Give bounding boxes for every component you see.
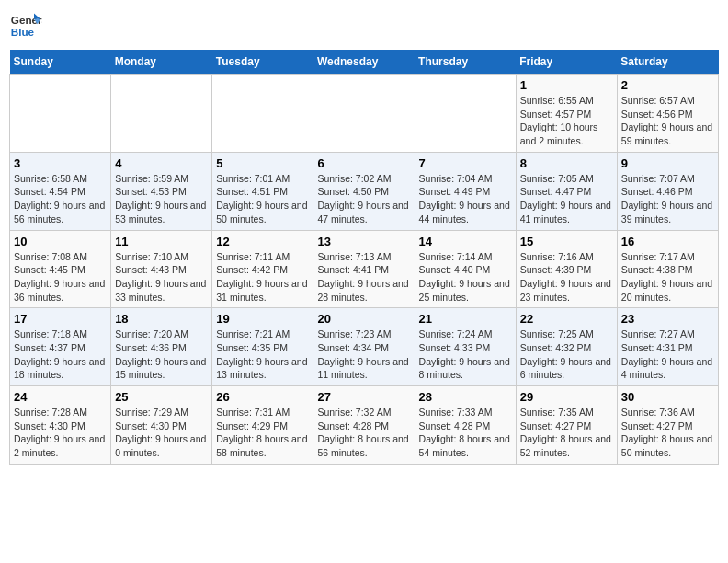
- day-info: Sunrise: 7:04 AM Sunset: 4:49 PM Dayligh…: [419, 172, 512, 226]
- calendar-cell: 8Sunrise: 7:05 AM Sunset: 4:47 PM Daylig…: [516, 152, 617, 230]
- day-info: Sunrise: 7:27 AM Sunset: 4:31 PM Dayligh…: [621, 327, 714, 382]
- day-info: Sunrise: 6:57 AM Sunset: 4:56 PM Dayligh…: [621, 94, 714, 148]
- calendar-cell: 19Sunrise: 7:21 AM Sunset: 4:35 PM Dayli…: [212, 308, 313, 386]
- calendar-cell: [415, 75, 516, 153]
- day-info: Sunrise: 6:59 AM Sunset: 4:53 PM Dayligh…: [115, 172, 208, 226]
- day-of-week-header: Thursday: [415, 50, 516, 75]
- calendar-cell: 24Sunrise: 7:28 AM Sunset: 4:30 PM Dayli…: [10, 386, 111, 465]
- calendar-cell: 22Sunrise: 7:25 AM Sunset: 4:32 PM Dayli…: [516, 308, 617, 386]
- calendar-cell: 15Sunrise: 7:16 AM Sunset: 4:39 PM Dayli…: [516, 230, 617, 308]
- day-number: 7: [419, 156, 512, 170]
- day-number: 20: [317, 312, 410, 326]
- calendar-cell: 16Sunrise: 7:17 AM Sunset: 4:38 PM Dayli…: [617, 230, 718, 308]
- day-info: Sunrise: 7:29 AM Sunset: 4:30 PM Dayligh…: [115, 406, 208, 460]
- day-info: Sunrise: 7:28 AM Sunset: 4:30 PM Dayligh…: [14, 406, 107, 460]
- day-info: Sunrise: 6:55 AM Sunset: 4:57 PM Dayligh…: [520, 94, 613, 148]
- day-info: Sunrise: 7:13 AM Sunset: 4:41 PM Dayligh…: [317, 250, 410, 304]
- logo-icon: General Blue: [9, 9, 42, 42]
- day-number: 28: [419, 390, 512, 404]
- calendar-cell: 17Sunrise: 7:18 AM Sunset: 4:37 PM Dayli…: [10, 308, 111, 386]
- calendar-cell: 10Sunrise: 7:08 AM Sunset: 4:45 PM Dayli…: [10, 230, 111, 308]
- day-number: 8: [520, 156, 613, 170]
- calendar-cell: 23Sunrise: 7:27 AM Sunset: 4:31 PM Dayli…: [617, 308, 718, 386]
- day-info: Sunrise: 7:16 AM Sunset: 4:39 PM Dayligh…: [520, 250, 613, 304]
- day-number: 21: [419, 312, 512, 326]
- day-number: 4: [115, 156, 208, 170]
- logo: General Blue: [9, 9, 42, 42]
- calendar-cell: 14Sunrise: 7:14 AM Sunset: 4:40 PM Dayli…: [415, 230, 516, 308]
- day-number: 17: [14, 312, 107, 326]
- calendar-cell: 4Sunrise: 6:59 AM Sunset: 4:53 PM Daylig…: [111, 152, 212, 230]
- calendar-cell: 9Sunrise: 7:07 AM Sunset: 4:46 PM Daylig…: [617, 152, 718, 230]
- day-number: 18: [115, 312, 208, 326]
- day-number: 24: [14, 390, 107, 404]
- day-number: 10: [14, 235, 107, 248]
- day-info: Sunrise: 7:36 AM Sunset: 4:27 PM Dayligh…: [621, 406, 714, 460]
- day-info: Sunrise: 7:25 AM Sunset: 4:32 PM Dayligh…: [520, 327, 613, 382]
- calendar-cell: [313, 75, 415, 153]
- day-of-week-header: Sunday: [10, 50, 111, 75]
- day-of-week-header: Wednesday: [313, 50, 415, 75]
- calendar-cell: 18Sunrise: 7:20 AM Sunset: 4:36 PM Dayli…: [111, 308, 212, 386]
- day-info: Sunrise: 7:23 AM Sunset: 4:34 PM Dayligh…: [317, 327, 410, 382]
- day-info: Sunrise: 7:21 AM Sunset: 4:35 PM Dayligh…: [216, 327, 309, 382]
- day-number: 25: [115, 390, 208, 404]
- calendar-cell: 29Sunrise: 7:35 AM Sunset: 4:27 PM Dayli…: [516, 386, 617, 465]
- calendar-cell: 27Sunrise: 7:32 AM Sunset: 4:28 PM Dayli…: [313, 386, 415, 465]
- day-number: 16: [621, 235, 714, 248]
- day-number: 14: [419, 235, 512, 248]
- calendar-cell: 2Sunrise: 6:57 AM Sunset: 4:56 PM Daylig…: [617, 75, 718, 153]
- calendar-cell: 3Sunrise: 6:58 AM Sunset: 4:54 PM Daylig…: [10, 152, 111, 230]
- day-info: Sunrise: 7:11 AM Sunset: 4:42 PM Dayligh…: [216, 250, 309, 304]
- day-number: 1: [520, 78, 613, 92]
- day-number: 13: [317, 235, 410, 248]
- day-number: 3: [14, 156, 107, 170]
- day-of-week-header: Saturday: [617, 50, 718, 75]
- day-number: 27: [317, 390, 410, 404]
- day-info: Sunrise: 7:33 AM Sunset: 4:28 PM Dayligh…: [419, 406, 512, 460]
- day-number: 30: [621, 390, 714, 404]
- day-info: Sunrise: 7:18 AM Sunset: 4:37 PM Dayligh…: [14, 327, 107, 382]
- day-number: 29: [520, 390, 613, 404]
- calendar-table: SundayMondayTuesdayWednesdayThursdayFrid…: [9, 50, 719, 465]
- day-number: 9: [621, 156, 714, 170]
- day-of-week-header: Friday: [516, 50, 617, 75]
- calendar-cell: 1Sunrise: 6:55 AM Sunset: 4:57 PM Daylig…: [516, 75, 617, 153]
- day-info: Sunrise: 7:24 AM Sunset: 4:33 PM Dayligh…: [419, 327, 512, 382]
- day-number: 19: [216, 312, 309, 326]
- calendar-cell: 30Sunrise: 7:36 AM Sunset: 4:27 PM Dayli…: [617, 386, 718, 465]
- calendar-cell: 26Sunrise: 7:31 AM Sunset: 4:29 PM Dayli…: [212, 386, 313, 465]
- svg-text:Blue: Blue: [11, 26, 35, 38]
- page-header: General Blue: [9, 9, 719, 42]
- day-info: Sunrise: 7:31 AM Sunset: 4:29 PM Dayligh…: [216, 406, 309, 460]
- day-number: 22: [520, 312, 613, 326]
- calendar-cell: [212, 75, 313, 153]
- calendar-cell: 21Sunrise: 7:24 AM Sunset: 4:33 PM Dayli…: [415, 308, 516, 386]
- calendar-cell: 11Sunrise: 7:10 AM Sunset: 4:43 PM Dayli…: [111, 230, 212, 308]
- calendar-cell: [111, 75, 212, 153]
- calendar-cell: 5Sunrise: 7:01 AM Sunset: 4:51 PM Daylig…: [212, 152, 313, 230]
- day-number: 26: [216, 390, 309, 404]
- day-info: Sunrise: 7:32 AM Sunset: 4:28 PM Dayligh…: [317, 406, 410, 460]
- calendar-cell: 6Sunrise: 7:02 AM Sunset: 4:50 PM Daylig…: [313, 152, 415, 230]
- calendar-cell: 20Sunrise: 7:23 AM Sunset: 4:34 PM Dayli…: [313, 308, 415, 386]
- day-info: Sunrise: 7:07 AM Sunset: 4:46 PM Dayligh…: [621, 172, 714, 226]
- calendar-cell: 12Sunrise: 7:11 AM Sunset: 4:42 PM Dayli…: [212, 230, 313, 308]
- calendar-cell: 7Sunrise: 7:04 AM Sunset: 4:49 PM Daylig…: [415, 152, 516, 230]
- calendar-cell: 25Sunrise: 7:29 AM Sunset: 4:30 PM Dayli…: [111, 386, 212, 465]
- calendar-cell: [10, 75, 111, 153]
- day-of-week-header: Monday: [111, 50, 212, 75]
- day-number: 6: [317, 156, 410, 170]
- day-number: 2: [621, 78, 714, 92]
- day-number: 23: [621, 312, 714, 326]
- day-info: Sunrise: 7:14 AM Sunset: 4:40 PM Dayligh…: [419, 250, 512, 304]
- day-number: 15: [520, 235, 613, 248]
- day-info: Sunrise: 7:17 AM Sunset: 4:38 PM Dayligh…: [621, 250, 714, 304]
- day-info: Sunrise: 7:01 AM Sunset: 4:51 PM Dayligh…: [216, 172, 309, 226]
- day-number: 11: [115, 235, 208, 248]
- day-info: Sunrise: 7:08 AM Sunset: 4:45 PM Dayligh…: [14, 250, 107, 304]
- day-info: Sunrise: 7:20 AM Sunset: 4:36 PM Dayligh…: [115, 327, 208, 382]
- day-number: 12: [216, 235, 309, 248]
- calendar-cell: 28Sunrise: 7:33 AM Sunset: 4:28 PM Dayli…: [415, 386, 516, 465]
- day-of-week-header: Tuesday: [212, 50, 313, 75]
